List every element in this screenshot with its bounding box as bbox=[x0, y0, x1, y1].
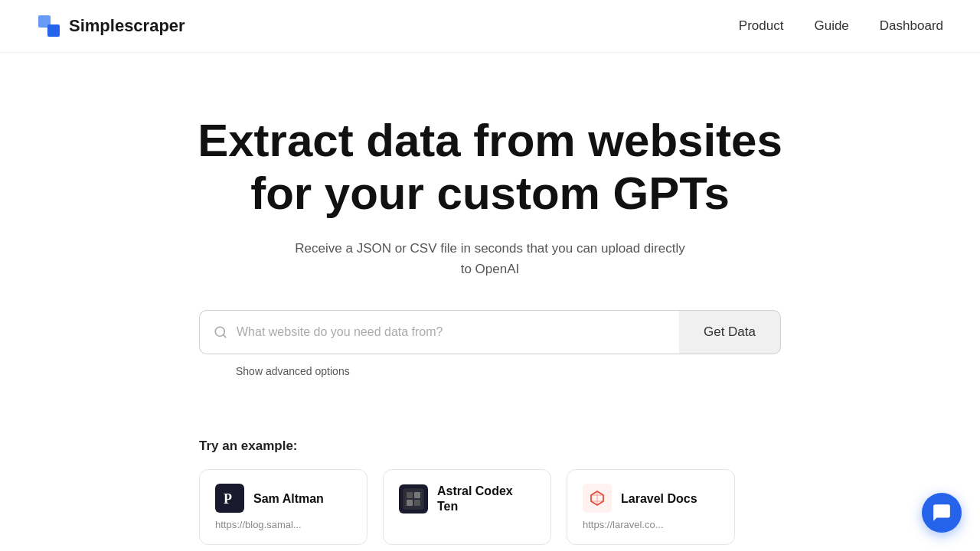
search-container: Get Data bbox=[199, 310, 781, 354]
advanced-options-link[interactable]: Show advanced options bbox=[236, 365, 350, 377]
examples-grid: P Sam Altman https://blog.samal... bbox=[199, 469, 781, 545]
example-url-sam: https://blog.samal... bbox=[215, 519, 302, 530]
example-card-sam[interactable]: P Sam Altman https://blog.samal... bbox=[199, 469, 368, 545]
examples-label: Try an example: bbox=[199, 439, 781, 454]
main-nav: Product Guide Dashboard bbox=[739, 18, 943, 34]
svg-rect-8 bbox=[414, 492, 420, 498]
svg-rect-6 bbox=[403, 488, 424, 510]
site-header: Simplescraper Product Guide Dashboard bbox=[0, 0, 980, 53]
svg-text:P: P bbox=[224, 491, 232, 507]
example-card-header-laravel: Laravel Docs bbox=[583, 484, 719, 513]
hero-section: Extract data from websites for your cust… bbox=[0, 53, 980, 408]
svg-rect-7 bbox=[407, 492, 413, 498]
example-title-astral: Astral Codex Ten bbox=[437, 484, 535, 513]
example-url-laravel: https://laravel.co... bbox=[583, 519, 664, 530]
get-data-button[interactable]: Get Data bbox=[679, 310, 781, 354]
hero-title: Extract data from websites for your cust… bbox=[191, 114, 789, 220]
hero-subtitle: Receive a JSON or CSV file in seconds th… bbox=[291, 238, 689, 279]
example-card-header-sam: P Sam Altman bbox=[215, 484, 351, 513]
nav-product[interactable]: Product bbox=[739, 18, 784, 34]
example-icon-sam: P bbox=[215, 484, 244, 513]
nav-guide[interactable]: Guide bbox=[814, 18, 848, 34]
logo[interactable]: Simplescraper bbox=[37, 14, 185, 38]
logo-icon bbox=[37, 14, 61, 38]
example-card-laravel[interactable]: Laravel Docs https://laravel.co... bbox=[567, 469, 735, 545]
example-title-laravel: Laravel Docs bbox=[621, 491, 697, 506]
search-icon bbox=[214, 325, 227, 339]
search-box bbox=[199, 310, 679, 354]
example-title-sam: Sam Altman bbox=[253, 491, 324, 506]
svg-rect-9 bbox=[407, 500, 413, 506]
svg-line-3 bbox=[223, 335, 225, 337]
example-icon-astral bbox=[399, 484, 428, 514]
chat-bubble-button[interactable] bbox=[922, 493, 962, 533]
chat-icon bbox=[932, 503, 952, 523]
example-card-astral[interactable]: Astral Codex Ten bbox=[383, 469, 551, 545]
example-card-header-astral: Astral Codex Ten bbox=[399, 484, 535, 513]
nav-dashboard[interactable]: Dashboard bbox=[880, 18, 943, 34]
search-input[interactable] bbox=[237, 325, 665, 339]
example-icon-laravel bbox=[583, 484, 612, 513]
svg-rect-10 bbox=[414, 500, 420, 506]
logo-text: Simplescraper bbox=[69, 16, 185, 36]
examples-section: Try an example: P Sam Altman https://blo… bbox=[0, 408, 980, 551]
svg-rect-1 bbox=[47, 24, 60, 37]
